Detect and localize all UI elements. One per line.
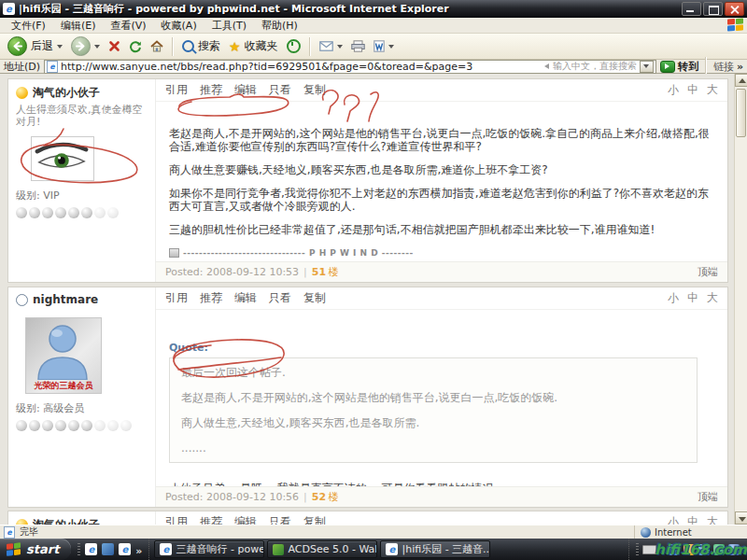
font-medium[interactable]: 中: [687, 82, 698, 98]
vertical-scrollbar[interactable]: [734, 74, 747, 525]
action-quote[interactable]: 引用: [165, 82, 188, 98]
author-name[interactable]: 淘气的小伙子: [33, 85, 100, 101]
toolbar-separator: [309, 37, 311, 56]
address-bar: 地址(D) e 输入中文，直接搜索 转到 链接: [0, 60, 747, 74]
font-large[interactable]: 大: [707, 290, 718, 306]
acdsee-icon: [273, 544, 284, 555]
left-arrow-icon: [544, 63, 549, 69]
address-dropdown-button[interactable]: [640, 61, 654, 73]
author-name[interactable]: 淘气的小伙子: [33, 517, 100, 525]
globe-icon: [16, 294, 28, 306]
font-medium[interactable]: 中: [687, 290, 698, 306]
action-edit[interactable]: 编辑: [234, 290, 257, 306]
action-edit[interactable]: 编辑: [234, 514, 257, 525]
scroll-up-button[interactable]: [735, 74, 747, 87]
action-only[interactable]: 只看: [269, 290, 291, 306]
author-name[interactable]: nightmare: [33, 293, 98, 306]
quote-line: 最后一次回这个帖子.: [181, 366, 685, 379]
taskbar-button-acdsee[interactable]: ACDSee 5.0 - Wallpaper: [267, 540, 377, 558]
quick-launch-chevron-icon[interactable]: [135, 540, 142, 558]
maximize-button[interactable]: [703, 2, 723, 16]
top-link[interactable]: 顶端: [698, 265, 718, 279]
history-icon: [287, 39, 301, 53]
posted-timestamp: Posted: 2008-09-12 10:56: [165, 491, 299, 503]
action-only[interactable]: 只看: [269, 82, 291, 98]
back-dropdown-icon: [57, 45, 63, 49]
action-quote[interactable]: 引用: [165, 290, 188, 306]
back-button[interactable]: 后退: [5, 35, 65, 58]
floor-suffix: 楼: [328, 490, 338, 504]
home-button[interactable]: [148, 38, 166, 54]
links-button[interactable]: 链接: [713, 60, 743, 74]
action-recommend[interactable]: 推荐: [200, 290, 222, 306]
action-only[interactable]: 只看: [269, 514, 291, 525]
quick-launch-desktop-icon[interactable]: [102, 543, 114, 555]
close-button[interactable]: [725, 2, 744, 16]
font-medium[interactable]: 中: [687, 514, 698, 525]
window-title: |hifi乐园 - 三越音响行 - powered by phpwind.net…: [19, 2, 680, 16]
level-label: 级别:: [16, 402, 40, 414]
stop-button[interactable]: [106, 38, 123, 54]
font-small[interactable]: 小: [668, 514, 679, 525]
print-button[interactable]: [348, 38, 368, 54]
post-body: Quote: 最后一次回这个帖子. 老赵是商人,不是开网站的,这个网站是他的销售…: [156, 310, 727, 486]
edit-button[interactable]: [371, 38, 397, 54]
post-paragraph: 商人做生意要赚钱,天经地义,顾客买东西,也是各取所需,难道你上班不拿工资?: [169, 163, 714, 176]
minimize-button[interactable]: [682, 2, 701, 16]
forum-post-51: 淘气的小伙子 人生得意须尽欢,真使金樽空对月! 级别: VIP: [7, 78, 728, 283]
taskbar-button-sanyue[interactable]: e 三越音响行 - powere...: [154, 540, 264, 558]
go-button[interactable]: 转到: [660, 60, 698, 74]
font-small[interactable]: 小: [668, 82, 679, 98]
menu-view[interactable]: 查看(V): [103, 19, 153, 33]
scroll-down-button[interactable]: [735, 511, 747, 525]
avatar: [31, 136, 94, 181]
font-small[interactable]: 小: [668, 290, 679, 306]
post-actions: 引用 推荐 编辑 只看 复制 小 中 大: [156, 511, 727, 525]
toolbar-separator: [172, 37, 174, 56]
menu-file[interactable]: 文件(F): [4, 19, 53, 33]
start-button[interactable]: start: [0, 539, 71, 560]
avatar: 光荣的三越会员: [25, 317, 102, 394]
font-large[interactable]: 大: [707, 514, 718, 525]
member-ball-icon: [16, 87, 28, 99]
quick-launch-msn-icon[interactable]: e: [119, 543, 131, 555]
favorites-button[interactable]: 收藏夹: [226, 36, 281, 56]
menu-favorites[interactable]: 收藏(A): [154, 19, 204, 33]
level-balls: [16, 207, 148, 218]
quick-launch-ie-icon[interactable]: e: [85, 543, 97, 555]
quote-box: 最后一次回这个帖子. 老赵是商人,不是开网站的,这个网站是他的销售平台,说更白一…: [169, 357, 698, 463]
history-button[interactable]: [284, 37, 303, 55]
post-author-panel: 淘气的小伙子: [8, 511, 156, 525]
mail-button[interactable]: [317, 39, 345, 53]
top-link[interactable]: 顶端: [698, 490, 718, 504]
address-input[interactable]: [61, 61, 542, 73]
font-large[interactable]: 大: [707, 82, 718, 98]
action-recommend[interactable]: 推荐: [200, 82, 222, 98]
action-recommend[interactable]: 推荐: [200, 514, 222, 525]
action-quote[interactable]: 引用: [165, 514, 188, 525]
signature-icon: [169, 248, 179, 258]
action-copy[interactable]: 复制: [303, 82, 326, 98]
menu-help[interactable]: 帮助(H): [254, 19, 305, 33]
go-arrow-icon: [660, 61, 675, 73]
post-actions: 引用 推荐 编辑 只看 复制 小 中 大: [156, 287, 727, 310]
scrollbar-thumb[interactable]: [736, 89, 746, 137]
back-icon: [7, 36, 27, 56]
forward-button[interactable]: [68, 35, 103, 58]
post-paragraph: 老赵是商人,不是开网站的,这个网站是他的销售平台,说更白一点,吃饭的饭碗.拿自己…: [169, 127, 714, 153]
address-field: e 输入中文，直接搜索: [44, 60, 656, 74]
menu-edit[interactable]: 编辑(E): [53, 19, 104, 33]
links-chevron-icon: [737, 61, 743, 73]
action-copy[interactable]: 复制: [303, 290, 326, 306]
toolbar-grip: [636, 543, 639, 556]
refresh-icon: [129, 40, 142, 53]
taskbar-button-hifi[interactable]: e |hifi乐园 - 三越音...: [380, 540, 490, 558]
search-button[interactable]: 搜索: [179, 36, 223, 56]
action-edit[interactable]: 编辑: [234, 82, 257, 98]
action-copy[interactable]: 复制: [303, 514, 326, 525]
security-zone-panel: Internet: [634, 525, 743, 539]
signature-block: ------------------------------- P H P W …: [169, 246, 714, 261]
menu-tools[interactable]: 工具(T): [204, 19, 254, 33]
refresh-button[interactable]: [126, 38, 145, 55]
edit-dropdown-icon: [388, 45, 394, 49]
